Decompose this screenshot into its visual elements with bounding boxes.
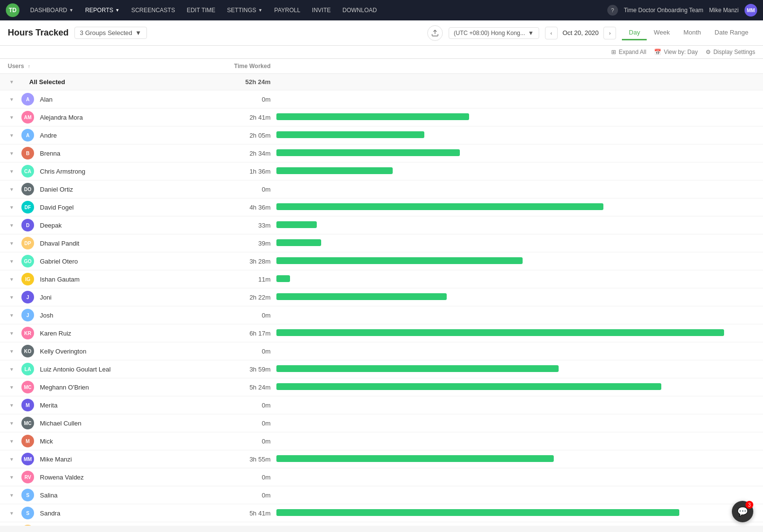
chevron-down-icon[interactable]: ▼ [8, 149, 16, 157]
nav-settings[interactable]: SETTINGS ▼ [222, 5, 268, 16]
table-row: ▼ S Salina 0m [0, 486, 763, 504]
chevron-down-icon[interactable]: ▼ [8, 95, 16, 103]
table-row: ▼ DP Dhaval Pandit 39m [0, 234, 763, 252]
user-time-value: 0m [232, 186, 271, 193]
user-cell-15: ▼ LA Luiz Antonio Goulart Leal [8, 363, 232, 375]
user-time-value: 4h 36m [232, 204, 271, 211]
view-by-button[interactable]: 📅 View by: Day [654, 49, 698, 55]
nav-edit-time[interactable]: EDIT TIME [182, 5, 220, 16]
user-name-label: Mike Manzi [40, 456, 72, 463]
user-cell-11: ▼ J Joni [8, 291, 232, 303]
user-name-label: Joni [40, 294, 52, 301]
chevron-down-icon[interactable]: ▼ [8, 473, 16, 481]
nav-dashboard[interactable]: DASHBOARD ▼ [25, 5, 78, 16]
time-bar [276, 131, 424, 138]
user-cell-0: ▼ A Alan [8, 93, 232, 106]
user-cell-20: ▼ MM Mike Manzi [8, 453, 232, 465]
user-name-label: Gabriel Otero [40, 258, 78, 265]
user-avatar[interactable]: MM [745, 4, 757, 17]
tab-week[interactable]: Week [647, 26, 676, 40]
chevron-down-icon[interactable]: ▼ [8, 365, 16, 373]
user-name-label: Kelly Overington [40, 348, 86, 355]
table-header-row: Users ↑ Time Worked [0, 59, 763, 74]
time-bar [276, 221, 317, 228]
user-bar-container [271, 383, 755, 391]
help-icon[interactable]: ? [607, 5, 618, 16]
page-title: Hours Tracked [8, 28, 69, 38]
tab-date-range[interactable]: Date Range [708, 26, 755, 40]
user-name-label: Brenna [40, 150, 60, 157]
time-bar [276, 167, 393, 174]
user-cell-5: ▼ DO Daniel Ortiz [8, 183, 232, 195]
user-name-label: Sandra [40, 510, 60, 517]
user-bar-container [271, 455, 755, 463]
tab-month[interactable]: Month [676, 26, 708, 40]
chevron-down-icon[interactable]: ▼ [8, 437, 16, 445]
user-bar-container [271, 221, 755, 230]
user-bar-container [271, 293, 755, 301]
nav-screencasts[interactable]: SCREENCASTS [127, 5, 180, 16]
chevron-down-icon[interactable]: ▼ [8, 293, 16, 301]
user-time-value: 0m [232, 348, 271, 355]
timezone-selector[interactable]: (UTC +08:00) Hong Kong... ▼ [449, 27, 539, 39]
nav-payroll[interactable]: PAYROLL [270, 5, 306, 16]
display-settings-button[interactable]: ⚙ Display Settings [706, 49, 755, 55]
table-row: ▼ TD Tyler DiLoreto 0m [0, 522, 763, 526]
chevron-down-icon[interactable]: ▼ [8, 383, 16, 391]
nav-download[interactable]: DOWNLOAD [338, 5, 382, 16]
avatar: M [21, 435, 34, 447]
bar-column-header [271, 63, 755, 70]
tab-day[interactable]: Day [622, 26, 647, 40]
user-time-value: 0m [232, 420, 271, 427]
chevron-down-icon[interactable]: ▼ [8, 185, 16, 193]
chevron-down-icon[interactable]: ▼ [8, 239, 16, 247]
table-row: ▼ AM Alejandra Mora 2h 41m [0, 108, 763, 126]
export-button[interactable] [427, 25, 443, 41]
chat-widget[interactable]: 💬 3 [732, 501, 753, 522]
chevron-down-icon[interactable]: ▼ [8, 509, 16, 517]
chevron-down-icon[interactable]: ▼ [8, 311, 16, 319]
chevron-down-icon[interactable]: ▼ [8, 221, 16, 229]
time-column-header: Time Worked [232, 63, 271, 70]
user-rows-container: ▼ A Alan 0m ▼ AM Alejandra Mora 2h 41m ▼… [0, 90, 763, 526]
user-bar-container [271, 131, 755, 140]
user-time-value: 2h 05m [232, 132, 271, 139]
sort-icon: ↑ [28, 64, 30, 69]
user-bar-container [271, 329, 755, 337]
user-time-value: 2h 34m [232, 150, 271, 157]
chevron-down-icon[interactable]: ▼ [8, 167, 16, 175]
nav-reports[interactable]: REPORTS ▼ [80, 5, 125, 16]
chevron-down-icon[interactable]: ▼ [8, 203, 16, 211]
collapse-group-button[interactable]: ▼ [8, 78, 16, 86]
user-cell-6: ▼ DF David Fogel [8, 201, 232, 213]
chevron-down-icon[interactable]: ▼ [8, 401, 16, 409]
chevron-down-icon[interactable]: ▼ [8, 419, 16, 427]
user-time-value: 11m [232, 276, 271, 283]
avatar: AM [21, 111, 34, 124]
avatar: LA [21, 363, 34, 375]
chevron-down-icon[interactable]: ▼ [8, 491, 16, 499]
avatar: KR [21, 327, 34, 339]
groups-selector[interactable]: 3 Groups Selected ▼ [74, 27, 147, 39]
chevron-down-icon[interactable]: ▼ [8, 347, 16, 355]
user-cell-7: ▼ D Deepak [8, 219, 232, 231]
chevron-down-icon[interactable]: ▼ [8, 455, 16, 463]
chat-badge: 3 [745, 501, 753, 509]
avatar: MC [21, 381, 34, 393]
avatar: M [21, 399, 34, 411]
user-cell-10: ▼ IG Ishan Gautam [8, 273, 232, 285]
chevron-down-icon[interactable]: ▼ [8, 113, 16, 121]
time-bar [276, 383, 661, 390]
nav-invite[interactable]: INVITE [307, 5, 336, 16]
user-cell-13: ▼ KR Karen Ruiz [8, 327, 232, 339]
chevron-down-icon[interactable]: ▼ [8, 257, 16, 265]
expand-all-button[interactable]: ⊞ Expand All [611, 49, 646, 55]
chevron-down-icon: ▼ [528, 30, 534, 36]
time-bar [276, 239, 321, 246]
prev-date-button[interactable]: ‹ [545, 27, 558, 39]
chevron-down-icon[interactable]: ▼ [8, 329, 16, 337]
next-date-button[interactable]: › [603, 27, 616, 39]
chevron-down-icon[interactable]: ▼ [8, 275, 16, 283]
chevron-down-icon[interactable]: ▼ [8, 131, 16, 139]
users-column-header[interactable]: Users ↑ [8, 63, 232, 70]
